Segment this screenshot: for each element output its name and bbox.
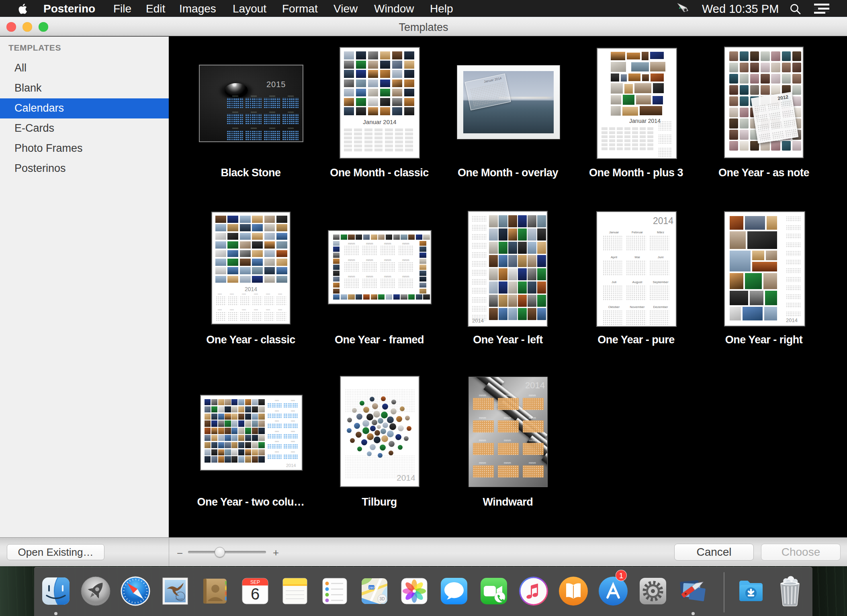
svg-text:3D: 3D xyxy=(380,597,385,601)
svg-text:6: 6 xyxy=(251,585,260,603)
svg-text:280: 280 xyxy=(369,586,374,589)
svg-text:SEP: SEP xyxy=(250,579,260,585)
